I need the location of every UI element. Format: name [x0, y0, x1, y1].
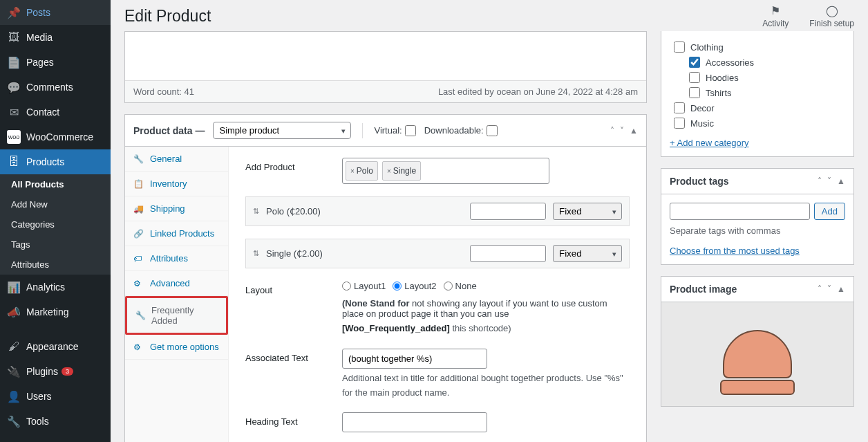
circle-icon: ◯ [809, 4, 854, 17]
cat-clothing-checkbox[interactable] [674, 42, 685, 53]
tab-advanced[interactable]: ⚙Advanced [125, 271, 228, 296]
flag-icon: ⚑ [762, 4, 789, 17]
toggle-panel-icon[interactable]: ▲ [630, 126, 638, 136]
drag-handle-icon[interactable]: ⇅ [253, 207, 259, 216]
remove-tag-icon[interactable]: × [350, 167, 355, 175]
cat-label: Hoodies [706, 73, 739, 83]
sidebar-item-plugins[interactable]: 🔌Plugins3 [0, 359, 111, 384]
move-up-icon[interactable]: ˄ [610, 126, 614, 136]
move-up-icon[interactable]: ˄ [818, 176, 822, 186]
product-row-mode-select[interactable]: Fixed [553, 245, 622, 262]
product-row-name: Single (₵2.00) [266, 248, 463, 259]
product-data-title: Product data — [133, 125, 205, 136]
submenu-all-products[interactable]: All Products [0, 174, 111, 194]
product-row: ⇅ Polo (₵20.00) Fixed [245, 196, 630, 226]
cat-tshirts-checkbox[interactable] [689, 87, 700, 98]
tab-inventory[interactable]: 📋Inventory [125, 172, 228, 196]
label: Tags [11, 239, 30, 250]
sidebar-item-media[interactable]: 🖼Media [0, 25, 111, 50]
beanie-illustration [723, 330, 792, 392]
product-image-panel: Product image ˄ ˅ ▲ [661, 276, 854, 407]
page-title: Edit Product [124, 7, 211, 26]
tab-linked-products[interactable]: 🔗Linked Products [125, 221, 228, 246]
label: Comments [26, 82, 73, 93]
product-tag: ×Polo [346, 161, 378, 181]
label: Pages [26, 57, 54, 68]
remove-tag-icon[interactable]: × [387, 167, 391, 175]
cat-accessories-checkbox[interactable] [689, 57, 700, 68]
tab-get-more-options[interactable]: ⚙Get more options [125, 335, 228, 360]
editor-panel: Word count: 41 Last edited by ocean on J… [124, 31, 647, 103]
move-down-icon[interactable]: ˅ [827, 176, 831, 186]
woo-icon: woo [7, 130, 21, 144]
submenu-categories[interactable]: Categories [0, 214, 111, 234]
tab-shipping[interactable]: 🚚Shipping [125, 196, 228, 221]
product-image-thumbnail[interactable] [661, 302, 853, 406]
sidebar-item-woocommerce[interactable]: wooWooCommerce [0, 125, 111, 149]
activity-button[interactable]: ⚑Activity [762, 4, 789, 28]
tab-attributes[interactable]: 🏷Attributes [125, 246, 228, 271]
label: Activity [762, 19, 789, 28]
heading-text-label: Heading Text [245, 412, 328, 427]
cat-hoodies-checkbox[interactable] [689, 72, 700, 83]
tag-icon: 🏷 [133, 254, 144, 264]
move-down-icon[interactable]: ˅ [827, 284, 831, 294]
tags-hint: Separate tags with commas [670, 225, 845, 236]
add-tag-button[interactable]: Add [814, 203, 845, 220]
product-row-value-input[interactable] [470, 203, 546, 220]
finish-setup-button[interactable]: ◯Finish setup [809, 4, 854, 28]
tab-general[interactable]: 🔧General [125, 147, 228, 172]
product-tag: ×Single [382, 161, 421, 181]
topbar: Edit Product ⚑Activity ◯Finish setup [111, 0, 868, 31]
virtual-label: Virtual: [374, 125, 402, 136]
submenu-attributes[interactable]: Attributes [0, 255, 111, 275]
sidebar-item-contact[interactable]: ✉Contact [0, 100, 111, 125]
sidebar-item-settings[interactable]: ⚙Settings [0, 434, 111, 442]
layout-none-radio[interactable] [444, 282, 453, 291]
cat-decor-checkbox[interactable] [674, 102, 685, 113]
product-row-value-input[interactable] [470, 245, 546, 262]
downloadable-checkbox[interactable] [487, 125, 498, 136]
pages-icon: 📄 [7, 55, 21, 69]
move-down-icon[interactable]: ˅ [620, 126, 624, 136]
label: Appearance [26, 341, 79, 352]
product-row-mode-select[interactable]: Fixed [553, 203, 622, 220]
product-image-title: Product image [670, 284, 737, 295]
label: WooCommerce [26, 131, 93, 142]
sidebar-item-posts[interactable]: 📌Posts [0, 0, 111, 25]
wrench-icon: 🔧 [133, 154, 144, 164]
drag-handle-icon[interactable]: ⇅ [253, 249, 259, 258]
label: Analytics [26, 282, 65, 293]
layout1-radio[interactable] [342, 282, 351, 291]
submenu-tags[interactable]: Tags [0, 234, 111, 255]
submenu-add-new[interactable]: Add New [0, 194, 111, 214]
sidebar-item-products[interactable]: 🗄Products [0, 149, 111, 174]
add-category-link[interactable]: + Add new category [670, 138, 845, 148]
move-up-icon[interactable]: ˄ [818, 284, 822, 294]
choose-tags-link[interactable]: Choose from the most used tags [670, 246, 800, 256]
editor-content[interactable] [125, 32, 646, 80]
toggle-panel-icon[interactable]: ▲ [837, 284, 845, 294]
virtual-checkbox[interactable] [405, 125, 416, 136]
tag-input[interactable] [670, 203, 810, 220]
product-type-select[interactable]: Simple product [213, 122, 351, 139]
heading-text-input[interactable] [342, 412, 487, 432]
sidebar-item-users[interactable]: 👤Users [0, 384, 111, 409]
cat-music-checkbox[interactable] [674, 118, 685, 129]
assoc-text-input[interactable] [342, 349, 487, 369]
plugins-badge: 3 [62, 367, 73, 376]
add-product-tagbox[interactable]: ×Polo ×Single [342, 158, 549, 184]
layout2-radio[interactable] [393, 282, 402, 291]
tab-frequently-added[interactable]: 🔧Frequently Added [125, 296, 228, 335]
sidebar-item-pages[interactable]: 📄Pages [0, 50, 111, 75]
label: Plugins [26, 366, 58, 377]
toggle-panel-icon[interactable]: ▲ [837, 176, 845, 186]
sidebar-item-analytics[interactable]: 📊Analytics [0, 275, 111, 300]
pin-icon: 📌 [7, 6, 21, 19]
sidebar-item-comments[interactable]: 💬Comments [0, 75, 111, 100]
sidebar-item-tools[interactable]: 🔧Tools [0, 409, 111, 434]
sidebar-item-appearance[interactable]: 🖌Appearance [0, 334, 111, 359]
label: Categories [11, 219, 55, 230]
product-tags-panel: Product tags ˄ ˅ ▲ Add Separate tags wit… [661, 168, 854, 265]
sidebar-item-marketing[interactable]: 📣Marketing [0, 300, 111, 324]
